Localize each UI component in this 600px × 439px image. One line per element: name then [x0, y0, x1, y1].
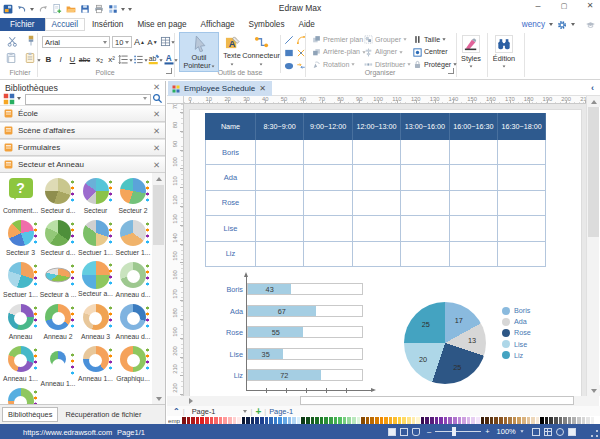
palette-swatch[interactable]: [430, 417, 434, 424]
palette-swatch[interactable]: [278, 417, 282, 424]
organiser-arri-re-plan-button[interactable]: Arrière-plan: [312, 47, 366, 58]
grid-view-icon[interactable]: [544, 428, 552, 436]
page-selector-value[interactable]: Page-1: [192, 407, 216, 416]
police-dialog-launcher-icon[interactable]: [166, 68, 172, 74]
palette-swatch[interactable]: [586, 417, 590, 424]
print-icon[interactable]: [93, 4, 104, 15]
palette-swatch[interactable]: [494, 417, 498, 424]
sidebar-scroll-up-icon[interactable]: [152, 173, 165, 184]
library-grid-icon[interactable]: [3, 93, 15, 105]
shape-item[interactable]: Anneau: [2, 303, 39, 340]
new-file-icon[interactable]: [51, 4, 62, 15]
zoom-slider[interactable]: [435, 427, 481, 436]
table-row-name[interactable]: Boris: [205, 140, 256, 165]
styles-button[interactable]: Styles: [458, 32, 484, 72]
palette-swatch[interactable]: [320, 417, 324, 424]
menu-tab-accueil[interactable]: Accueil: [45, 18, 85, 31]
palette-swatch[interactable]: [311, 417, 315, 424]
shape-item[interactable]: Secteur: [77, 177, 114, 214]
palette-swatch[interactable]: [467, 417, 471, 424]
palette-swatch[interactable]: [242, 417, 246, 424]
palette-swatch[interactable]: [490, 417, 494, 424]
palette-swatch[interactable]: [577, 417, 581, 424]
palette-swatch[interactable]: [191, 417, 195, 424]
palette-swatch[interactable]: [517, 417, 521, 424]
edition-button[interactable]: Édition: [490, 32, 518, 72]
search-icon[interactable]: [152, 93, 163, 104]
shape-item[interactable]: Sectuer 1...: [77, 219, 114, 256]
connector-tool-button[interactable]: Connecteur: [244, 32, 278, 72]
horizontal-scrollbar[interactable]: [184, 396, 586, 406]
palette-swatch[interactable]: [545, 417, 549, 424]
palette-swatch[interactable]: [540, 417, 544, 424]
pointer-tool-button[interactable]: OutilPointeur: [179, 32, 219, 72]
palette-swatch[interactable]: [508, 417, 512, 424]
paste-special-icon[interactable]: [24, 52, 37, 65]
paste-caret-icon[interactable]: [37, 59, 40, 61]
library-close-icon[interactable]: ✕: [153, 127, 160, 135]
document-tab-close-icon[interactable]: ✕: [259, 85, 266, 93]
app-logo-icon[interactable]: [2, 4, 13, 15]
paste-icon[interactable]: [5, 52, 18, 65]
library-close-icon[interactable]: ✕: [153, 161, 160, 169]
page-tab[interactable]: Page-1: [269, 407, 293, 416]
superscript-button[interactable]: x²: [105, 53, 118, 65]
palette-swatch[interactable]: [251, 417, 255, 424]
font-name-caret-icon[interactable]: [103, 41, 107, 44]
palette-swatch[interactable]: [458, 417, 462, 424]
menu-tab-symboles[interactable]: Symboles: [242, 18, 292, 31]
library-grid-icon[interactable]: [3, 93, 15, 105]
palette-swatch[interactable]: [246, 417, 250, 424]
menu-tab-affichage[interactable]: Affichage: [194, 18, 242, 31]
increase-font-button[interactable]: A▲: [134, 36, 145, 48]
palette-swatch[interactable]: [283, 417, 287, 424]
arc-tool-icon[interactable]: [296, 35, 307, 46]
palette-swatch[interactable]: [485, 417, 489, 424]
palette-swatch[interactable]: [352, 417, 356, 424]
palette-swatch[interactable]: [462, 417, 466, 424]
library-search-input[interactable]: [25, 94, 151, 105]
palette-swatch[interactable]: [219, 417, 223, 424]
palette-swatch[interactable]: [476, 417, 480, 424]
palette-swatch[interactable]: [384, 417, 388, 424]
vertical-scrollbar[interactable]: [586, 96, 599, 396]
palette-swatch[interactable]: [402, 417, 406, 424]
shape-item[interactable]: Anneau 1...: [40, 345, 77, 387]
palette-swatch[interactable]: [435, 417, 439, 424]
gear-caret-icon[interactable]: [571, 23, 575, 26]
zoom-level[interactable]: 100%: [497, 427, 516, 436]
library-section-secteur-et-anneau[interactable]: Secteur et Anneau✕: [0, 156, 165, 173]
scroll-down-icon[interactable]: [587, 385, 600, 396]
organiser-premier-plan-button[interactable]: Premier plan: [312, 34, 369, 45]
shape-item[interactable]: Secteur a...: [77, 261, 114, 297]
organiser-dialog-launcher-icon[interactable]: [448, 68, 454, 74]
palette-swatch[interactable]: [421, 417, 425, 424]
library-close-icon[interactable]: ✕: [153, 144, 160, 152]
palette-swatch[interactable]: [260, 417, 264, 424]
palette-swatch[interactable]: [223, 417, 227, 424]
collapse-ribbon-icon[interactable]: ‹: [591, 83, 594, 93]
scissors-icon[interactable]: [7, 35, 20, 48]
palette-swatch[interactable]: [306, 417, 310, 424]
palette-swatch[interactable]: [531, 417, 535, 424]
ellipse-tool-tool-icon[interactable]: [284, 61, 295, 72]
sidebar-scroll-thumb[interactable]: [153, 185, 164, 245]
palette-swatch[interactable]: [334, 417, 338, 424]
palette-swatch[interactable]: [343, 417, 347, 424]
zoom-slider-knob[interactable]: [452, 427, 456, 436]
page-selector-caret-icon[interactable]: [243, 410, 247, 413]
zoom-in-icon[interactable]: +: [485, 427, 489, 436]
palette-swatch[interactable]: [444, 417, 448, 424]
shape-item[interactable]: Graphiqu...: [115, 345, 152, 382]
rect-tool-tool-icon[interactable]: [284, 48, 295, 59]
palette-swatch[interactable]: [572, 417, 576, 424]
palette-swatch[interactable]: [338, 417, 342, 424]
text-table-caret-icon[interactable]: [171, 41, 174, 43]
palette-swatch[interactable]: [375, 417, 379, 424]
menu-tab-mise-en-page[interactable]: Mise en page: [130, 18, 193, 31]
palette-swatch[interactable]: [513, 417, 517, 424]
add-page-icon[interactable]: +: [255, 406, 261, 417]
tab-bibliotheques[interactable]: Bibliothèques: [2, 407, 58, 422]
fit-page-icon[interactable]: [532, 428, 540, 436]
shape-item[interactable]: Secteur d...: [40, 177, 77, 214]
